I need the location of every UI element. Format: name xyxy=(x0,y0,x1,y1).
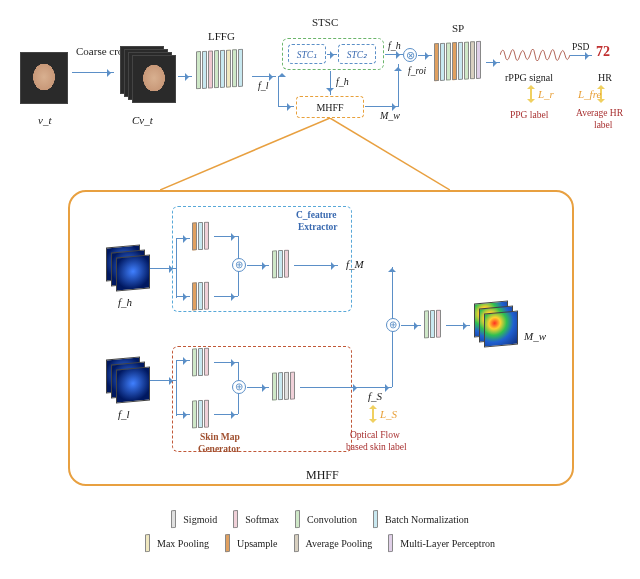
label-mw-detail: M_w xyxy=(524,330,546,342)
legend-bn-label: Batch Normalization xyxy=(385,514,469,525)
arrow-mw-up xyxy=(398,64,399,70)
skin-final xyxy=(272,371,296,400)
cfeat-final xyxy=(272,250,290,279)
arrow-cfeat-b2-out xyxy=(214,296,238,297)
label-optflow2: based skin label xyxy=(346,442,407,452)
fh-feature-maps xyxy=(106,246,150,290)
sp-block xyxy=(434,41,482,82)
arrow-fs-to-fusion xyxy=(360,387,392,388)
stc2-label: STC₂ xyxy=(347,50,367,60)
label-vt: v_t xyxy=(38,114,51,126)
arrow-fh-branch1 xyxy=(176,238,190,239)
arrow-fl-branch2 xyxy=(176,414,190,415)
cropped-face-stack xyxy=(120,46,176,102)
legend-maxpool-label: Max Pooling xyxy=(157,538,209,549)
skin-branch2 xyxy=(192,400,210,429)
rppg-signal-trace xyxy=(500,40,570,70)
arrow-cfeat-merge-out xyxy=(247,265,269,266)
op-plus-cfeat: ⊕ xyxy=(232,258,246,272)
legend-softmax-label: Softmax xyxy=(245,514,279,525)
connector-fl-mhff-v xyxy=(278,76,279,106)
loss-arrow-ls xyxy=(372,406,374,422)
legend-sigmoid: Sigmoid xyxy=(171,510,217,528)
op-plus-fusion: ⊕ xyxy=(386,318,400,332)
op-multiply: ⊗ xyxy=(403,48,417,62)
arrow-to-mw-maps xyxy=(446,325,470,326)
label-cfeat2: Extractor xyxy=(298,222,338,232)
oplus3: ⊕ xyxy=(389,319,397,330)
arrow-skin-b1-out xyxy=(214,362,238,363)
label-froi: f_roi xyxy=(408,66,426,76)
legend-mlp-label: Multi-Layer Perceptron xyxy=(400,538,495,549)
legend-upsample: Upsample xyxy=(225,534,278,552)
legend-sigmoid-label: Sigmoid xyxy=(183,514,217,525)
arrow-cfeat-b1-out xyxy=(214,236,238,237)
arrow-to-sp xyxy=(418,55,432,56)
legend-softmax: Softmax xyxy=(233,510,279,528)
legend-conv-label: Convolution xyxy=(307,514,357,525)
split-fl xyxy=(176,360,177,416)
cfeat-branch2 xyxy=(192,282,210,311)
mhff-label: MHFF xyxy=(316,102,343,113)
arrow-fl-in xyxy=(150,380,176,381)
stc2-block: STC₂ xyxy=(338,44,376,64)
oplus2: ⊕ xyxy=(235,381,243,392)
legend-row-2: Max Pooling Upsample Average Pooling Mul… xyxy=(80,534,560,552)
arrow-coarse-crop xyxy=(72,72,114,73)
legend-upsample-label: Upsample xyxy=(237,538,278,549)
arrow-fh-right xyxy=(385,54,403,55)
funnel-lines xyxy=(160,118,450,190)
legend-convolution: Convolution xyxy=(295,510,357,528)
op-plus-skin: ⊕ xyxy=(232,380,246,394)
arrow-fl xyxy=(252,76,276,77)
label-fh-upper: f_h xyxy=(388,40,401,51)
arrow-fh-branch2 xyxy=(176,296,190,297)
legend-batchnorm: Batch Normalization xyxy=(373,510,469,528)
fusion-conv xyxy=(424,310,442,339)
label-stsc: STSC xyxy=(312,16,338,28)
stc1-label: STC₁ xyxy=(297,50,317,60)
connector-fl-mhff-h xyxy=(278,106,294,107)
otimes-symbol: ⊗ xyxy=(406,49,415,61)
cfeat-branch1 xyxy=(192,222,210,251)
legend-avgpool: Average Pooling xyxy=(294,534,373,552)
label-fl: f_l xyxy=(258,80,269,91)
label-skin1: Skin Map xyxy=(200,432,240,442)
arrow-stc1-stc2 xyxy=(327,54,337,55)
legend: Sigmoid Softmax Convolution Batch Normal… xyxy=(80,510,560,552)
label-optflow1: Optical Flow xyxy=(350,430,400,440)
oplus1: ⊕ xyxy=(235,259,243,270)
legend-mlp: Multi-Layer Perceptron xyxy=(388,534,495,552)
stc1-block: STC₁ xyxy=(288,44,326,64)
loss-arrow-lr xyxy=(530,86,532,102)
label-avghr2: label xyxy=(594,120,612,130)
arrow-stsc-to-mhff xyxy=(330,71,331,95)
arrow-mhff-mw-v xyxy=(398,70,399,107)
arrow-fusion-out xyxy=(401,325,421,326)
label-fl-detail: f_l xyxy=(118,408,130,420)
label-cvt: Cv_t xyxy=(132,114,153,126)
label-mhff-detail: MHFF xyxy=(306,468,339,483)
mw-feature-maps xyxy=(474,302,518,346)
mhff-box: MHFF xyxy=(296,96,364,118)
arrow-fm-out xyxy=(294,265,338,266)
arrow-sp-to-signal xyxy=(486,62,500,63)
legend-row-1: Sigmoid Softmax Convolution Batch Normal… xyxy=(80,510,560,528)
arrow-psd xyxy=(570,55,592,56)
label-lr: L_r xyxy=(538,88,554,100)
legend-avgpool-label: Average Pooling xyxy=(306,538,373,549)
split-fh xyxy=(176,238,177,298)
label-avghr1: Average HR xyxy=(576,108,623,118)
input-face-image xyxy=(20,52,68,104)
skin-branch1 xyxy=(192,348,210,377)
arrow-to-lffg xyxy=(178,76,192,77)
label-fh-detail: f_h xyxy=(118,296,132,308)
arrow-fs-out xyxy=(300,387,360,388)
label-sp: SP xyxy=(452,22,464,34)
label-fh-lower: f_h xyxy=(336,76,349,87)
fl-feature-maps xyxy=(106,358,150,402)
label-lfre: L_fre xyxy=(578,88,601,100)
hr-value: 72 xyxy=(596,44,610,60)
lffg-block xyxy=(196,49,244,90)
arrow-fh-in xyxy=(150,268,176,269)
